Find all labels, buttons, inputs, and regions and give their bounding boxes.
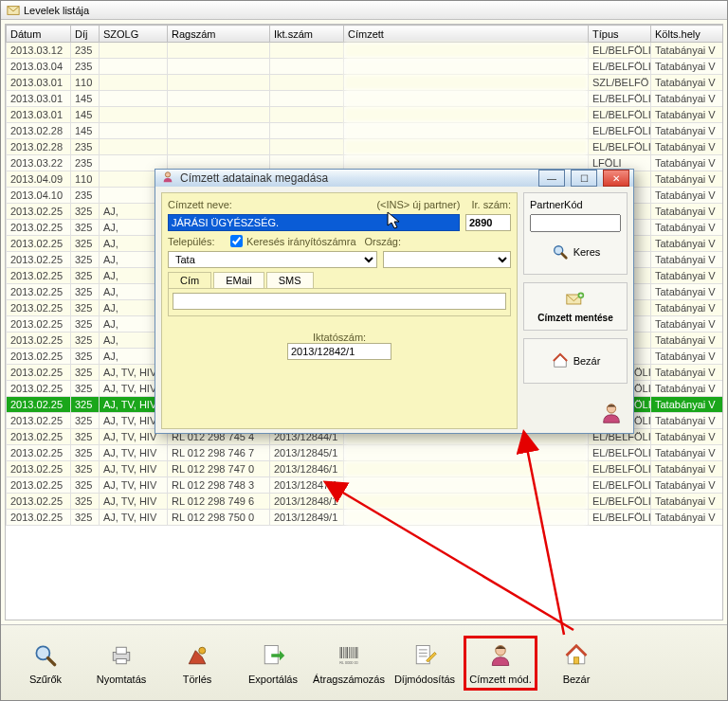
svg-rect-5 [117, 658, 127, 663]
table-row[interactable]: 2013.03.01145EL/BELFÖLITatabányai V [7, 107, 723, 123]
dialog-person-corner-icon [599, 401, 624, 427]
tab-email[interactable]: EMail [213, 272, 264, 288]
column-header[interactable]: Ragszám [168, 26, 270, 43]
dialog-close-label: Bezár [573, 355, 601, 367]
column-header[interactable]: Költs.hely [651, 26, 723, 43]
delete-label: Törlés [183, 674, 212, 685]
recipient-label: Címzett mód. [469, 674, 531, 685]
minimize-button[interactable]: — [538, 170, 565, 187]
table-row[interactable]: 2013.02.25325AJ, TV, HIVRL 012 298 750 0… [7, 510, 723, 526]
person-icon [486, 641, 515, 670]
fee-button[interactable]: Díjmódosítás [388, 636, 462, 691]
country-label: Ország: [364, 236, 401, 247]
save-box: Címzett mentése [523, 282, 628, 331]
column-header[interactable]: Díj [71, 26, 100, 43]
dialog-body: Címzett neve: (<INS> új partner) Ir. szá… [155, 187, 633, 435]
iktato-label: Iktatószám: [313, 332, 366, 343]
recipient-name-input[interactable] [168, 214, 460, 231]
recipient-dialog: Címzett adatainak megadása — ☐ ✕ Címzett… [155, 169, 634, 434]
form-panel: Címzett neve: (<INS> új partner) Ir. szá… [161, 192, 518, 429]
table-row[interactable]: 2013.02.25325AJ, TV, HIVRL 012 298 746 7… [7, 445, 723, 461]
fee-label: Díjmódosítás [394, 674, 455, 685]
partnerkod-box: PartnerKód Keres [523, 192, 628, 275]
settlement-select[interactable]: Tata [168, 251, 377, 268]
svg-line-27 [561, 254, 566, 259]
table-row[interactable]: 2013.02.28235EL/BELFÖLITatabányai V [7, 139, 723, 155]
dialog-title: Címzett adatainak megadása [180, 171, 533, 185]
search-button[interactable]: Keres [530, 236, 621, 268]
bottom-toolbar: Szűrők Nyomtatás Törlés Exportálás RL 00… [1, 624, 727, 700]
name-label: Címzett neve: [168, 199, 232, 210]
export-icon [259, 641, 287, 670]
iktato-input[interactable] [287, 343, 391, 360]
close-window-button[interactable]: ✕ [603, 170, 629, 187]
dialog-titlebar[interactable]: Címzett adatainak megadása — ☐ ✕ [155, 170, 633, 187]
export-button[interactable]: Exportálás [236, 636, 310, 691]
magnifier-icon [31, 641, 60, 670]
tab-cim[interactable]: Cím [168, 272, 211, 288]
dialog-close-button[interactable]: Bezár [530, 345, 621, 377]
svg-point-25 [165, 172, 170, 177]
print-label: Nyomtatás [97, 674, 147, 685]
table-row[interactable]: 2013.02.25325AJ, TV, HIVRL 012 298 747 0… [7, 461, 723, 477]
svg-point-6 [199, 647, 206, 654]
save-recipient-button[interactable]: Címzett mentése [530, 289, 621, 324]
column-header[interactable]: Ikt.szám [270, 26, 344, 43]
address-tabs: Cím EMail SMS [168, 272, 511, 288]
dialog-person-icon [161, 171, 174, 186]
search-label: Keres [573, 246, 601, 258]
main-titlebar[interactable]: Levelek listája [1, 1, 727, 20]
partnerkod-label: PartnerKód [530, 199, 583, 210]
svg-line-2 [48, 657, 55, 664]
country-select[interactable] [383, 251, 511, 268]
tab-pane-cim [168, 288, 511, 316]
table-row[interactable]: 2013.03.01110SZL/BELFÖTatabányai V [7, 75, 723, 91]
magnifier-icon [551, 243, 570, 261]
settlement-label: Település: [168, 236, 225, 247]
table-row[interactable]: 2013.02.25325AJ, TV, HIVRL 012 298 749 6… [7, 494, 723, 510]
recipient-edit-button[interactable]: Címzett mód. [464, 636, 537, 691]
ins-hint-label: (<INS> új partner) [376, 199, 460, 210]
search-by-zip-checkbox[interactable] [230, 235, 243, 247]
filter-label: Szűrők [29, 674, 62, 685]
note-edit-icon [410, 641, 439, 670]
export-label: Exportálás [248, 674, 298, 685]
dialog-side-panel: PartnerKód Keres Címzett mentése [523, 192, 628, 429]
renumber-button[interactable]: RL 0000 00 Átragszámozás [312, 636, 386, 691]
table-row[interactable]: 2013.02.25325AJ, TV, HIVRL 012 298 748 3… [7, 477, 723, 494]
table-row[interactable]: 2013.03.01145EL/BELFÖLITatabányai V [7, 91, 723, 107]
delete-button[interactable]: Törlés [160, 636, 234, 691]
print-button[interactable]: Nyomtatás [84, 636, 158, 691]
column-header[interactable]: Címzett [344, 26, 589, 43]
save-recipient-label: Címzett mentése [537, 313, 612, 323]
mail-plus-icon [566, 290, 585, 309]
tab-sms[interactable]: SMS [266, 272, 314, 288]
window-title: Levelek listája [24, 5, 89, 16]
close-label: Bezár [563, 674, 591, 685]
irszam-input[interactable] [465, 214, 511, 231]
printer-icon [107, 641, 136, 670]
address-input[interactable] [173, 293, 506, 310]
column-header[interactable]: SZOLG [100, 26, 168, 43]
house-icon [562, 641, 591, 670]
close-button[interactable]: Bezár [539, 636, 613, 691]
column-header[interactable]: Típus [589, 26, 651, 43]
maximize-button[interactable]: ☐ [571, 170, 597, 187]
table-row[interactable]: 2013.02.28145EL/BELFÖLITatabányai V [7, 123, 723, 139]
table-row[interactable]: 2013.03.04235EL/BELFÖLITatabányai V [7, 59, 723, 75]
svg-text:RL 0000 00: RL 0000 00 [339, 661, 357, 665]
svg-rect-24 [573, 656, 578, 663]
renumber-label: Átragszámozás [313, 674, 385, 685]
table-row[interactable]: 2013.03.12235EL/BELFÖLITatabányai V [7, 43, 723, 59]
search-by-zip-label: Keresés irányítószámra [246, 236, 356, 247]
filter-button[interactable]: Szűrők [9, 636, 82, 691]
close-box: Bezár [523, 338, 628, 384]
delete-icon [183, 641, 211, 670]
irszam-label: Ir. szám: [471, 199, 511, 210]
mail-icon [7, 4, 20, 17]
house-icon [551, 351, 570, 370]
svg-rect-4 [117, 647, 127, 654]
column-header[interactable]: Dátum [7, 26, 71, 43]
barcode-icon: RL 0000 00 [335, 641, 363, 670]
partnerkod-input[interactable] [530, 214, 621, 232]
